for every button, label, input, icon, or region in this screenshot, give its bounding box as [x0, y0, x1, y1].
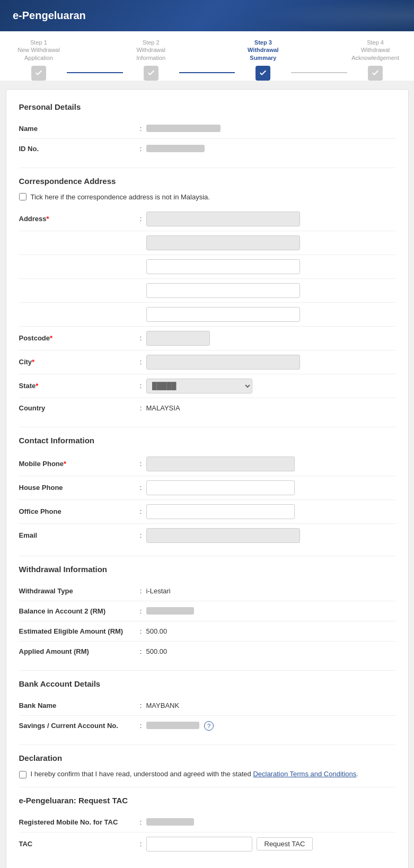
balance-row: Balance in Account 2 (RM) :	[19, 601, 395, 621]
declaration-section: Declaration I hereby confirm that I have…	[19, 753, 395, 778]
registered-mobile-value	[146, 818, 395, 826]
declaration-checkbox-row: I hereby confirm that I have read, under…	[19, 770, 395, 778]
address-input-4[interactable]	[146, 283, 300, 298]
registered-mobile-label: Registered Mobile No. for TAC	[19, 818, 136, 826]
header: e-Pengeluaran	[0, 0, 414, 31]
step-2-block: Step 2 Withdrawal Information	[123, 39, 179, 81]
account-help-icon[interactable]: ?	[204, 721, 214, 731]
withdrawal-info-title: Withdrawal Information	[19, 565, 395, 574]
not-malaysia-checkbox-row: Tick here if the correspondence address …	[19, 193, 395, 201]
tac-label: TAC	[19, 840, 136, 848]
step1-number: Step 1	[17, 39, 59, 46]
eligible-value: 500.00	[146, 627, 395, 635]
line-1-2	[67, 72, 123, 73]
account-number-row: Savings / Current Account No. : ?	[19, 716, 395, 736]
registered-mobile-row: Registered Mobile No. for TAC :	[19, 812, 395, 832]
postcode-input[interactable]	[146, 331, 210, 346]
step2-icon	[144, 66, 158, 81]
name-row: Name :	[19, 119, 395, 139]
id-row: ID No. :	[19, 139, 395, 159]
eligible-row: Estimated Eligible Amount (RM) : 500.00	[19, 621, 395, 642]
step-1-block: Step 1 New WithdrawalApplication	[11, 39, 67, 81]
declaration-label: I hereby confirm that I have read, under…	[31, 770, 358, 778]
step1-icon	[31, 66, 46, 81]
step3-number: Step 3	[235, 39, 291, 46]
account-value: ?	[146, 721, 395, 731]
correspondence-title: Correspondence Address	[19, 177, 395, 186]
house-phone-input[interactable]	[146, 480, 295, 495]
address-input-2[interactable]	[146, 235, 300, 250]
step4-icon	[368, 66, 383, 81]
bank-name-row: Bank Name : MAYBANK	[19, 696, 395, 716]
bank-account-title: Bank Account Details	[19, 679, 395, 688]
withdrawal-info-section: Withdrawal Information Withdrawal Type :…	[19, 565, 395, 662]
request-tac-button[interactable]: Request TAC	[257, 837, 313, 851]
declaration-terms-link[interactable]: Declaration Terms and Conditions	[253, 770, 356, 778]
office-phone-input[interactable]	[146, 504, 295, 519]
address-input-5[interactable]	[146, 307, 300, 322]
step4-number: Step 4	[351, 39, 399, 46]
house-phone-label: House Phone	[19, 484, 136, 492]
postcode-row: Postcode* :	[19, 327, 395, 350]
postcode-label: Postcode*	[19, 334, 136, 342]
bank-account-section: Bank Account Details Bank Name : MAYBANK…	[19, 679, 395, 736]
withdrawal-type-row: Withdrawal Type : i-Lestari	[19, 581, 395, 601]
address-field-1	[146, 212, 395, 226]
name-label: Name	[19, 125, 136, 133]
line-3-4	[291, 72, 347, 73]
address-row-3	[19, 255, 395, 279]
name-value	[146, 125, 395, 133]
step3-label: Withdrawal Summary	[235, 46, 291, 62]
country-row: Country : MALAYSIA	[19, 398, 395, 418]
applied-label: Applied Amount (RM)	[19, 647, 136, 655]
country-label: Country	[19, 404, 136, 412]
request-tac-title: e-Pengeluaran: Request TAC	[19, 796, 395, 805]
city-input[interactable]	[146, 355, 300, 370]
line-2-3	[179, 72, 235, 73]
not-malaysia-label: Tick here if the correspondence address …	[31, 193, 210, 201]
personal-details-title: Personal Details	[19, 102, 395, 111]
address-input-1[interactable]	[146, 212, 300, 226]
applied-value: 500.00	[146, 647, 395, 655]
mobile-phone-row: Mobile Phone* :	[19, 452, 395, 476]
city-label: City*	[19, 358, 136, 366]
declaration-title: Declaration	[19, 753, 395, 762]
step-4-block: Step 4 WithdrawalAcknowledgement	[347, 39, 403, 81]
house-phone-row: House Phone :	[19, 476, 395, 500]
contact-title: Contact Information	[19, 436, 395, 445]
app-title: e-Pengeluaran	[13, 10, 86, 21]
country-value: MALAYSIA	[146, 404, 395, 412]
step-3-block: Step 3 Withdrawal Summary	[235, 39, 291, 81]
address-row-4	[19, 279, 395, 303]
tac-input[interactable]	[146, 837, 252, 852]
declaration-checkbox[interactable]	[19, 771, 27, 778]
email-row: Email :	[19, 524, 395, 547]
stepper-wrapper: Step 1 New WithdrawalApplication Step 2 …	[0, 31, 414, 81]
eligible-label: Estimated Eligible Amount (RM)	[19, 627, 136, 635]
balance-value	[146, 607, 395, 615]
not-malaysia-checkbox[interactable]	[19, 193, 27, 200]
contact-information-section: Contact Information Mobile Phone* : Hous…	[19, 436, 395, 547]
account-label: Savings / Current Account No.	[19, 722, 136, 730]
office-phone-row: Office Phone :	[19, 500, 395, 524]
tac-row: TAC : Request TAC	[19, 832, 395, 856]
step2-number: Step 2	[123, 39, 179, 46]
personal-details-section: Personal Details Name : ID No. :	[19, 102, 395, 159]
email-label: Email	[19, 531, 136, 539]
id-label: ID No.	[19, 145, 136, 153]
state-label: State*	[19, 382, 136, 390]
mobile-input[interactable]	[146, 457, 295, 471]
id-value	[146, 145, 395, 153]
withdrawal-type-label: Withdrawal Type	[19, 587, 136, 595]
bank-name-label: Bank Name	[19, 702, 136, 709]
address-input-3[interactable]	[146, 259, 300, 274]
address-row-2	[19, 231, 395, 255]
mobile-label: Mobile Phone*	[19, 460, 136, 468]
step2-label: Withdrawal Information	[123, 46, 179, 62]
email-input[interactable]	[146, 528, 300, 543]
state-select[interactable]: █████	[146, 379, 252, 393]
withdrawal-type-value: i-Lestari	[146, 587, 395, 595]
city-row: City* :	[19, 350, 395, 374]
step3-icon	[256, 66, 270, 81]
address-row-1: Address* :	[19, 207, 395, 231]
